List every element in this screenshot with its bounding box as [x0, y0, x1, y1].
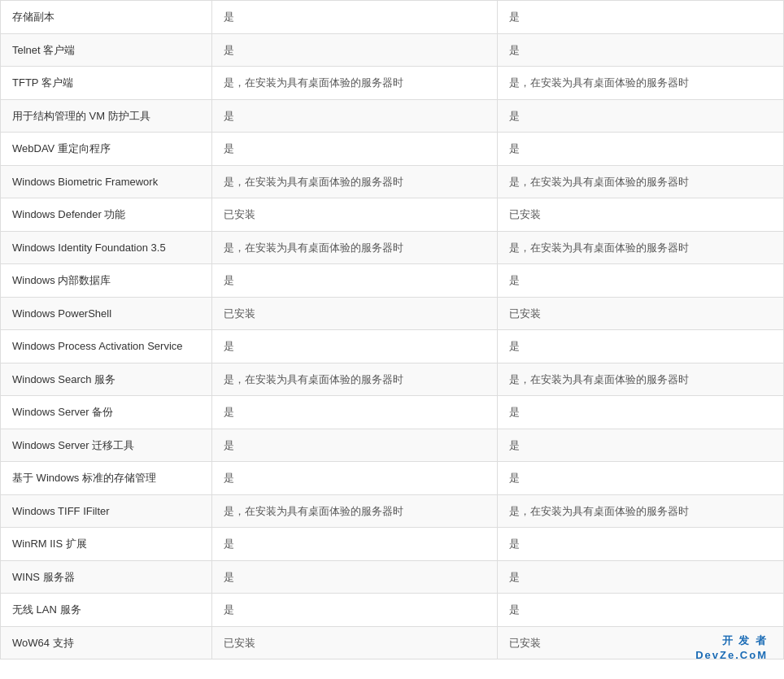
feature-name: Windows Biometric Framework: [1, 165, 212, 198]
feature-name: 用于结构管理的 VM 防护工具: [1, 99, 212, 133]
table-row: Windows Biometric Framework是，在安装为具有桌面体验的…: [1, 165, 784, 198]
table-row: Windows Defender 功能已安装已安装: [1, 198, 784, 232]
col3-value: 是，在安装为具有桌面体验的服务器时: [498, 67, 784, 100]
col2-value: 是: [212, 330, 498, 363]
col3-value: 是: [498, 462, 784, 495]
table-row: 无线 LAN 服务是是: [1, 594, 784, 627]
feature-name: Windows 内部数据库: [1, 264, 212, 298]
col3-value: 是: [498, 560, 784, 594]
col2-value: 是: [212, 33, 498, 67]
col2-value: 已安装: [212, 626, 498, 659]
feature-name: WINS 服务器: [1, 560, 212, 594]
table-row: Windows TIFF IFilter是，在安装为具有桌面体验的服务器时是，在…: [1, 494, 784, 528]
table-row: Windows Server 备份是是: [1, 396, 784, 429]
col3-value: 是: [498, 33, 784, 67]
col2-value: 是，在安装为具有桌面体验的服务器时: [212, 494, 498, 528]
features-table: 存储副本是是Telnet 客户端是是TFTP 客户端是，在安装为具有桌面体验的服…: [0, 0, 784, 659]
col2-value: 是，在安装为具有桌面体验的服务器时: [212, 363, 498, 396]
table-row: WinRM IIS 扩展是是: [1, 528, 784, 561]
feature-name: Windows PowerShell: [1, 297, 212, 330]
col2-value: 是，在安装为具有桌面体验的服务器时: [212, 67, 498, 100]
col2-value: 是: [212, 560, 498, 594]
col2-value: 是，在安装为具有桌面体验的服务器时: [212, 231, 498, 264]
watermark-line2: DevZe.CoM: [695, 648, 768, 659]
col2-value: 是: [212, 429, 498, 462]
feature-name: WebDAV 重定向程序: [1, 133, 212, 166]
col2-value: 是: [212, 99, 498, 133]
table-row: Windows PowerShell已安装已安装: [1, 297, 784, 330]
feature-name: Windows Process Activation Service: [1, 330, 212, 363]
table-row: Windows Identity Foundation 3.5是，在安装为具有桌…: [1, 231, 784, 264]
table-row: 基于 Windows 标准的存储管理是是: [1, 462, 784, 495]
col2-value: 是: [212, 594, 498, 627]
col2-value: 已安装: [212, 297, 498, 330]
table-row: Windows 内部数据库是是: [1, 264, 784, 298]
feature-name: 基于 Windows 标准的存储管理: [1, 462, 212, 495]
table-row: 用于结构管理的 VM 防护工具是是: [1, 99, 784, 133]
table-row: WINS 服务器是是: [1, 560, 784, 594]
col2-value: 是: [212, 133, 498, 166]
feature-name: Windows TIFF IFilter: [1, 494, 212, 528]
table-row: 存储副本是是: [1, 1, 784, 34]
feature-name: Telnet 客户端: [1, 33, 212, 67]
feature-name: Windows Search 服务: [1, 363, 212, 396]
col2-value: 是: [212, 264, 498, 298]
feature-name: Windows Server 备份: [1, 396, 212, 429]
col2-value: 是: [212, 396, 498, 429]
col3-value: 是: [498, 99, 784, 133]
table-row: TFTP 客户端是，在安装为具有桌面体验的服务器时是，在安装为具有桌面体验的服务…: [1, 67, 784, 100]
feature-name: TFTP 客户端: [1, 67, 212, 100]
table-row: WebDAV 重定向程序是是: [1, 133, 784, 166]
watermark-line1: 开 发 者: [695, 633, 768, 648]
col2-value: 是: [212, 528, 498, 561]
table-row: Windows Search 服务是，在安装为具有桌面体验的服务器时是，在安装为…: [1, 363, 784, 396]
table-row: WoW64 支持已安装已安装: [1, 626, 784, 659]
col3-value: 是: [498, 594, 784, 627]
feature-name: 存储副本: [1, 1, 212, 34]
table-row: Windows Server 迁移工具是是: [1, 429, 784, 462]
col3-value: 是: [498, 133, 784, 166]
feature-name: Windows Server 迁移工具: [1, 429, 212, 462]
col2-value: 是: [212, 1, 498, 34]
col3-value: 是，在安装为具有桌面体验的服务器时: [498, 363, 784, 396]
col3-value: 是，在安装为具有桌面体验的服务器时: [498, 494, 784, 528]
col3-value: 是: [498, 528, 784, 561]
col3-value: 是: [498, 1, 784, 34]
feature-name: Windows Identity Foundation 3.5: [1, 231, 212, 264]
col3-value: 是，在安装为具有桌面体验的服务器时: [498, 231, 784, 264]
col3-value: 已安装: [498, 297, 784, 330]
table-row: Windows Process Activation Service是是: [1, 330, 784, 363]
feature-name: Windows Defender 功能: [1, 198, 212, 232]
col3-value: 是: [498, 429, 784, 462]
watermark: 开 发 者 DevZe.CoM: [695, 633, 768, 659]
col3-value: 是: [498, 264, 784, 298]
table-row: Telnet 客户端是是: [1, 33, 784, 67]
col3-value: 是: [498, 396, 784, 429]
feature-name: 无线 LAN 服务: [1, 594, 212, 627]
col3-value: 是: [498, 330, 784, 363]
col3-value: 是，在安装为具有桌面体验的服务器时: [498, 165, 784, 198]
feature-name: WoW64 支持: [1, 626, 212, 659]
col3-value: 已安装: [498, 198, 784, 232]
feature-name: WinRM IIS 扩展: [1, 528, 212, 561]
col2-value: 已安装: [212, 198, 498, 232]
col2-value: 是: [212, 462, 498, 495]
col2-value: 是，在安装为具有桌面体验的服务器时: [212, 165, 498, 198]
